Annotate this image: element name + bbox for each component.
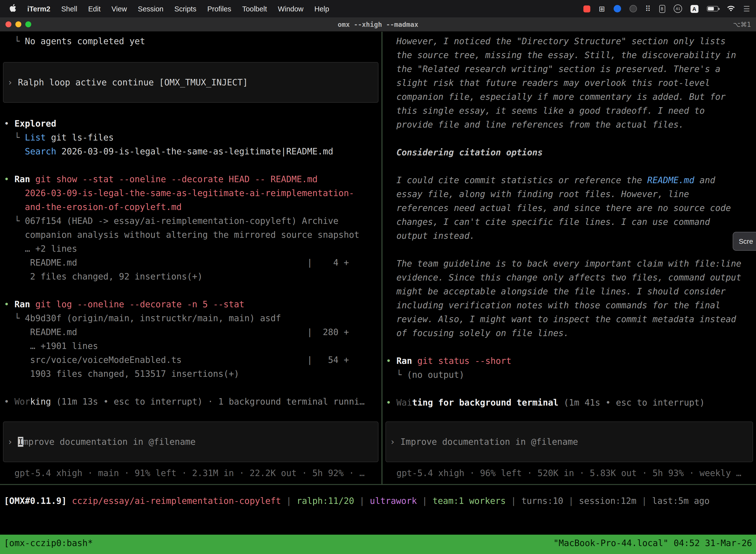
menu-item-help[interactable]: Help [309,5,335,13]
terminal-line: slight risk that future readers may over… [382,76,756,90]
terminal-line: … +1901 lines [0,339,381,353]
command-input[interactable]: › Improve documentation in @filename [385,422,753,462]
terminal-line: README.md | 4 + [0,256,381,270]
battery-nub [718,8,719,10]
window-grid-icon[interactable]: ⊞ [599,4,605,13]
terminal-line: provide file and line references from th… [382,118,756,131]
menubar-status-icons: ⊞ ⠿ 8 .61 A ☰ [583,4,752,13]
terminal-line: Search 2026-03-09-is-legal-the-same-as-l… [0,145,381,158]
close-button[interactable] [5,21,11,27]
control-center-icon[interactable]: ☰ [743,4,750,13]
terminal-line: • Ran git log --oneline --decorate -n 5 … [0,297,381,311]
terminal-line: However, I noticed the "Directory Struct… [382,34,756,48]
terminal-line: The team guideline is to back every impo… [382,257,756,271]
menu-item-window[interactable]: Window [272,5,309,13]
zoom-button[interactable] [25,21,31,27]
menu-item-profiles[interactable]: Profiles [202,5,237,13]
omx-status-bar: [OMX#0.11.9] cczip/essay/ai-reimplementa… [0,485,756,535]
terminal-line: README.md | 280 + [0,325,381,339]
load-gauge-icon[interactable]: .61 [674,4,682,13]
terminal-line: output instead. [382,229,756,243]
menu-item-view[interactable]: View [106,5,132,13]
tmux-status-bar: [omx-cczip0:bash* "MacBook-Pro-44.local"… [0,535,756,554]
menu-item-scripts[interactable]: Scripts [169,5,202,13]
terminal-line: gpt-5.4 xhigh · main · 91% left · 2.31M … [0,466,381,480]
input-source-icon[interactable]: A [690,5,698,13]
right-pane[interactable]: However, I noticed the "Directory Struct… [382,32,756,484]
battery-icon[interactable] [707,6,718,11]
terminal-line: review. Also, I might want to inspect th… [382,312,756,326]
terminal-line [0,283,381,297]
traffic-lights [0,21,31,27]
command-input[interactable]: › Improve documentation in @filename [3,422,378,462]
terminal-line [0,158,381,172]
terminal-line [0,381,381,395]
terminal-line: references need actual files, and since … [382,201,756,215]
terminal-line: • Ran git show --stat --oneline --decora… [0,172,381,186]
app-grid-icon[interactable]: ⠿ [645,4,650,13]
terminal-line: • Working (11m 13s • esc to interrupt) ·… [0,395,381,408]
terminal-line [382,340,756,354]
omx-status-line: [OMX#0.11.9] cczip/essay/ai-reimplementa… [0,494,756,508]
wifi-icon[interactable] [727,5,735,12]
terminal-line: Considering citation options [382,146,756,159]
terminal-line: the "Related research writing" section i… [382,62,756,76]
apple-menu[interactable] [4,4,22,14]
window-titlebar: omx --xhigh --madmax ⌥⌘1 [0,17,756,32]
injected-message-box: › Ralph loop active continue [OMX_TMUX_I… [3,62,378,103]
minimize-button[interactable] [15,21,21,27]
terminal-line: gpt-5.4 xhigh · 96% left · 520K in · 5.8… [382,466,756,480]
window-shortcut: ⌥⌘1 [733,20,751,28]
input-source-label: A [692,6,696,12]
phone-app-label: 8 [661,6,663,11]
terminal-line [382,159,756,173]
terminal-line: companion file, especially if more comme… [382,90,756,104]
terminal-line [382,131,756,146]
terminal-line: └ 4b9d30f (origin/main, instructkr/main,… [0,311,381,325]
left-pane-content: └ No agents completed yet › Ralph loop a… [0,34,381,408]
terminal-area: └ No agents completed yet › Ralph loop a… [0,32,756,484]
menu-item-session[interactable]: Session [132,5,169,13]
phone-app-icon[interactable]: 8 [659,5,665,13]
terminal-line: 2026-03-09-is-legal-the-same-as-legitima… [0,186,381,200]
terminal-line: └ No agents completed yet [0,34,381,48]
right-pane-content: However, I noticed the "Directory Struct… [382,34,756,409]
terminal-line: essay file, along with finding root file… [382,187,756,201]
tmux-session-label: [omx-cczip0:bash* [4,536,93,550]
blue-app-icon[interactable] [613,5,621,12]
screen-recording-icon[interactable] [583,5,590,12]
menu-item-iterm2[interactable]: iTerm2 [22,5,56,13]
terminal-line: evidence. Since this change only affects… [382,271,756,284]
terminal-line: this single essay, it seems like a good … [382,104,756,118]
terminal-line: • Waiting for background terminal (1m 41… [382,396,756,409]
left-pane-bottom: › Improve documentation in @filename gpt… [0,422,381,484]
terminal-line: might be acceptable alongside the file l… [382,284,756,298]
terminal-line [382,382,756,396]
terminal-line: … +2 lines [0,242,381,256]
terminal-line: src/voice/voiceModeEnabled.ts | 54 + [0,353,381,367]
dark-app-icon[interactable] [629,5,637,12]
menu-item-toolbelt[interactable]: Toolbelt [237,5,272,13]
screenshot-popup[interactable]: Scre [733,232,756,251]
right-pane-bottom: › Improve documentation in @filename gpt… [382,422,756,484]
window-title: omx --xhigh --madmax [0,20,756,28]
load-gauge-value: .61 [675,6,680,11]
terminal-line: • Ran git status --short [382,354,756,368]
left-pane[interactable]: └ No agents completed yet › Ralph loop a… [0,32,381,484]
terminal-line: companion analysis without altering the … [0,228,381,242]
menu-item-edit[interactable]: Edit [82,5,106,13]
terminal-line: 2 files changed, 92 insertions(+) [0,270,381,283]
terminal-line: └ 067f154 (HEAD -> essay/ai-reimplementa… [0,214,381,228]
terminal-line: and-the-erosion-of-copyleft.md [0,200,381,214]
terminal-line: of focusing solely on file lines. [382,326,756,340]
terminal-line: including verification notes with those … [382,298,756,312]
battery-fill [708,7,714,10]
terminal-line: I could cite commit statistics or refere… [382,173,756,187]
macos-menubar: iTerm2 Shell Edit View Session Scripts P… [0,0,756,17]
terminal-line: changes, I can't cite specific file line… [382,215,756,229]
screen: iTerm2 Shell Edit View Session Scripts P… [0,0,756,554]
menu-item-shell[interactable]: Shell [56,5,83,13]
tmux-host-clock: "MacBook-Pro-44.local" 04:52 31-Mar-26 [553,536,752,550]
terminal-line: 1903 files changed, 513517 insertions(+) [0,367,381,381]
terminal-line [0,103,381,117]
